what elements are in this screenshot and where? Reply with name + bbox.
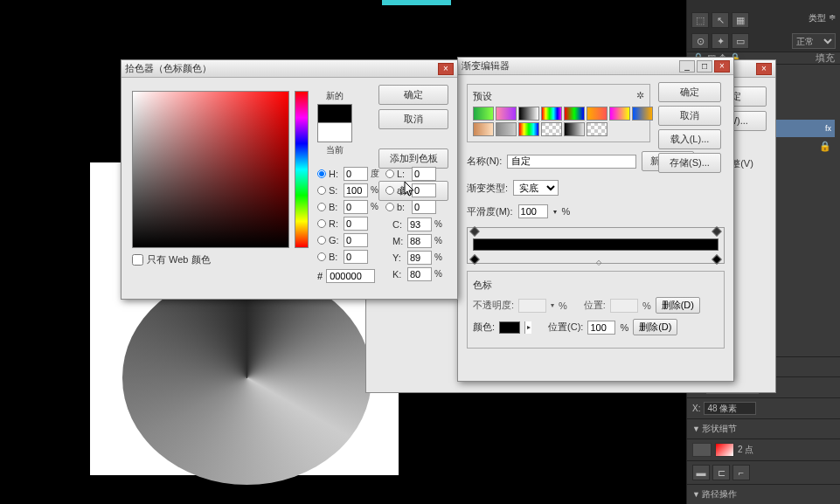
panel-icon[interactable]: ▭ <box>732 33 749 49</box>
fx-badge[interactable]: fx <box>825 124 831 133</box>
lasso-tool-icon[interactable]: ⊙ <box>691 33 709 49</box>
delete-color-stop-button[interactable]: 删除(D) <box>633 319 677 335</box>
l-input[interactable] <box>412 167 436 181</box>
path-ops-heading[interactable]: 路径操作 <box>702 489 737 499</box>
preset-swatch[interactable] <box>541 107 562 121</box>
close-icon[interactable]: × <box>438 63 454 75</box>
blend-mode-select[interactable]: 正常 <box>792 33 836 49</box>
maximize-icon[interactable]: □ <box>697 60 712 72</box>
g-radio[interactable] <box>317 236 326 245</box>
gradient-ok-button[interactable]: 确定 <box>658 82 721 102</box>
color-stop[interactable] <box>712 254 721 264</box>
c-input[interactable] <box>407 217 432 231</box>
gradient-titlebar[interactable]: 渐变编辑器 _ □ × <box>458 58 733 75</box>
move-tool-icon[interactable]: ↖ <box>712 12 729 28</box>
wand-tool-icon[interactable]: ✦ <box>712 33 729 49</box>
delete-opacity-stop-button[interactable]: 删除(D) <box>656 297 700 314</box>
preset-swatch[interactable] <box>609 107 630 121</box>
l-radio[interactable] <box>385 169 394 178</box>
lock-icon: 🔒 <box>819 141 831 152</box>
new-label: 新的 <box>317 90 352 102</box>
gradient-load-button[interactable]: 载入(L)... <box>658 129 721 149</box>
s-input[interactable] <box>344 183 368 197</box>
picker-cancel-button[interactable]: 取消 <box>378 109 448 129</box>
preset-swatch[interactable] <box>518 122 539 136</box>
x-input[interactable] <box>704 402 756 415</box>
color-position-input[interactable] <box>587 321 615 335</box>
type-label: 类型 <box>809 12 826 28</box>
bc-input[interactable] <box>344 250 368 264</box>
r-radio[interactable] <box>317 219 326 228</box>
stroke-swatch[interactable] <box>715 443 734 457</box>
bc-radio[interactable] <box>317 252 326 261</box>
h-input[interactable] <box>344 167 368 181</box>
hue-slider[interactable] <box>295 91 309 248</box>
picker-title: 拾色器（色标颜色） <box>125 62 438 75</box>
name-label: 名称(N): <box>467 155 502 168</box>
preset-label: 预设 <box>473 90 492 103</box>
color-field[interactable] <box>132 91 289 248</box>
preset-swatch[interactable] <box>587 107 607 121</box>
new-color-swatch <box>317 104 352 123</box>
picker-ok-button[interactable]: 确定 <box>378 85 448 105</box>
preset-swatch[interactable] <box>564 122 585 136</box>
h-radio[interactable] <box>317 169 326 178</box>
opacity-stop[interactable] <box>712 226 721 236</box>
ellipse-shape[interactable] <box>122 271 371 485</box>
grid-icon[interactable]: ▦ <box>732 12 749 28</box>
align-icon[interactable]: ▬ <box>692 465 710 480</box>
smoothness-input[interactable] <box>518 204 548 218</box>
stroke-width[interactable]: 2 点 <box>738 444 753 456</box>
a-input[interactable] <box>412 183 436 197</box>
lb-input[interactable] <box>412 200 436 214</box>
gradient-save-button[interactable]: 存储(S)... <box>658 153 721 173</box>
gear-icon[interactable]: ✲ <box>636 90 644 103</box>
cap-icon[interactable]: ⊏ <box>712 465 730 480</box>
close-icon[interactable]: × <box>714 60 730 72</box>
preset-swatch[interactable] <box>473 122 494 136</box>
gradient-bar[interactable]: ◇ <box>467 227 725 264</box>
opacity-stop[interactable] <box>469 226 479 236</box>
preset-swatch[interactable] <box>518 107 539 121</box>
preset-swatch[interactable] <box>587 122 607 136</box>
preset-swatch[interactable] <box>541 122 562 136</box>
stop-color-chip[interactable] <box>499 321 520 334</box>
preset-swatch[interactable] <box>496 122 517 136</box>
chevron-right-icon[interactable]: ▸ <box>524 321 531 334</box>
b-radio[interactable] <box>317 203 326 211</box>
b-input[interactable] <box>344 200 368 214</box>
midpoint-marker[interactable]: ◇ <box>596 259 601 266</box>
m-input[interactable] <box>407 234 432 248</box>
r-input[interactable] <box>344 217 368 231</box>
color-stop[interactable] <box>469 254 479 264</box>
gradient-name-input[interactable] <box>507 155 636 169</box>
preset-swatch[interactable] <box>496 107 517 121</box>
color-label: 颜色: <box>473 321 495 334</box>
lab-inputs: L: a: b: <box>385 165 436 215</box>
preset-frame: 预设 ✲ <box>467 84 650 142</box>
gradient-cancel-button[interactable]: 取消 <box>658 106 721 126</box>
picker-titlebar[interactable]: 拾色器（色标颜色） × <box>121 60 457 78</box>
shape-detail-heading[interactable]: 形状细节 <box>702 424 737 433</box>
fill-swatch[interactable] <box>692 443 712 457</box>
web-only-checkbox[interactable] <box>132 254 143 266</box>
a-radio[interactable] <box>385 186 394 195</box>
hex-input[interactable] <box>326 269 375 283</box>
gradient-type-select[interactable]: 实底 <box>513 180 559 196</box>
k-input[interactable] <box>407 267 432 281</box>
join-icon[interactable]: ⌐ <box>732 465 750 480</box>
preset-swatch[interactable] <box>473 107 494 121</box>
current-color-swatch[interactable] <box>317 123 352 142</box>
minimize-icon[interactable]: _ <box>679 60 695 72</box>
y-input[interactable] <box>407 251 432 265</box>
marquee-tool-icon[interactable]: ⬚ <box>691 12 709 28</box>
gradient-presets[interactable] <box>473 107 644 136</box>
lb-radio[interactable] <box>385 203 394 211</box>
preset-swatch[interactable] <box>564 107 585 121</box>
close-icon[interactable]: × <box>756 63 772 75</box>
s-radio[interactable] <box>317 186 326 195</box>
hsb-rgb-inputs: H:度 S:% B:% R: G: B: <box>317 165 383 265</box>
gradient-preview-bar[interactable] <box>473 238 719 251</box>
preset-swatch[interactable] <box>632 107 653 121</box>
g-input[interactable] <box>344 233 368 247</box>
